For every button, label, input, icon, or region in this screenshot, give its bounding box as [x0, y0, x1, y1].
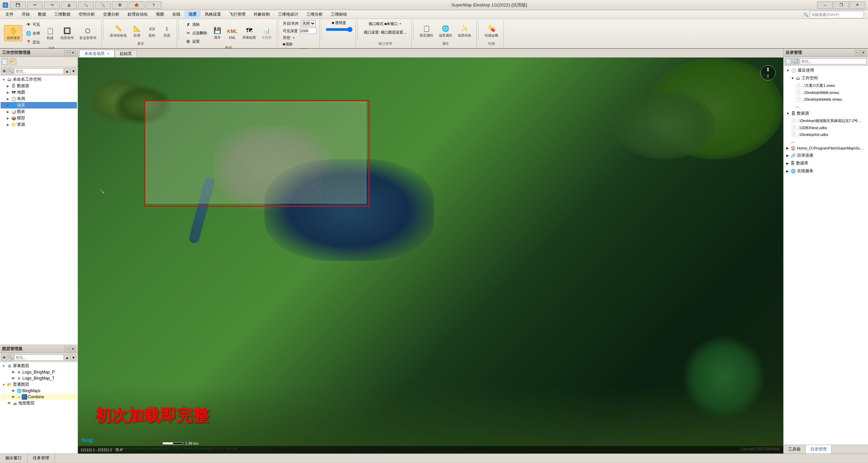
ws-new-btn[interactable]: 📄 [1, 58, 8, 65]
visible-depth-input[interactable] [300, 28, 317, 34]
quick-undo-btn[interactable]: ↩ [27, 1, 43, 9]
layer-vis-btn[interactable]: 👁 [1, 354, 7, 361]
ribbon-btn-kml[interactable]: KML KML [225, 25, 239, 41]
menu-spatial-analysis[interactable]: 空间分析 [75, 11, 99, 18]
ribbon-btn-thematic[interactable]: 📊 专题图 [259, 25, 274, 41]
bottom-tab-output[interactable]: 输出窗口 [0, 454, 27, 462]
catalog-refresh-btn[interactable]: 🔄 [792, 58, 799, 65]
map-view[interactable]: → 初次加载即完整 N bing [78, 58, 783, 454]
quick-export-btn[interactable]: 📤 [129, 1, 144, 9]
tree-terrain-layer[interactable]: 👁 ⛰ 地形图层 [1, 400, 77, 406]
tree-resource[interactable]: ▶ 📁 资源 [1, 121, 77, 128]
ribbon-btn-track[interactable]: 📋 轨迹 [43, 25, 57, 41]
ribbon-btn-layer-props[interactable]: 📋 图层属性 [417, 23, 436, 39]
workspace-search[interactable] [14, 68, 64, 74]
catalog-ds-item-1[interactable]: 📄 ..\Desktop\镜湖新区凤林箱以北7-2号地块... [784, 117, 867, 124]
ribbon-btn-area[interactable]: ▭ 面积 [145, 23, 159, 39]
catalog-ds-item-2[interactable]: 📄 ..\UDBX\test.udbx [784, 124, 867, 131]
quick-redo-btn[interactable]: ↪ [44, 1, 60, 9]
ribbon-btn-locate[interactable]: 📍 定位 [23, 38, 42, 46]
catalog-search[interactable] [800, 58, 867, 64]
ribbon-btn-settings[interactable]: ⚙ 设置 [183, 37, 210, 45]
tree-layout[interactable]: ▶ 📋 布局 [1, 96, 77, 102]
menu-draw[interactable]: 对象绘制 [250, 11, 274, 18]
transparency-slider[interactable] [326, 27, 353, 32]
menu-scene[interactable]: 场景 [184, 11, 201, 18]
tree-logo-bingmap-t[interactable]: 👁 A Logo_BingMap_T [1, 375, 77, 381]
catalog-datasource-group[interactable]: ▼ 🗄 数据源 [784, 109, 867, 117]
underground-toggle-select[interactable]: 关闭 开启 [301, 20, 316, 26]
menu-traffic-analysis[interactable]: 交通分析 [99, 11, 123, 18]
tree-map[interactable]: ▶ 🗺 地图 [1, 89, 77, 96]
tree-scene[interactable]: ▼ 🌐 场景 [1, 102, 77, 108]
tree-combine[interactable]: 👁 ◇ Combine [1, 394, 77, 400]
ribbon-btn-visible[interactable]: 👁 可见 [23, 20, 42, 28]
layer-down-btn[interactable]: ▼ [71, 354, 76, 361]
tree-workspace-root[interactable]: ▼ 🗂 未命名工作空间 [1, 76, 77, 83]
catalog-workspace-group[interactable]: ▼ 🗂 工作空间 [784, 74, 867, 82]
menu-style[interactable]: 风格设置 [201, 11, 225, 18]
catalog-close-btn[interactable]: ✕ [861, 50, 866, 56]
close-btn[interactable]: ✕ [850, 1, 865, 9]
ribbon-btn-select-roam[interactable]: 🖐 选择漫游 [4, 25, 22, 41]
quick-zoom-in-btn[interactable]: 🔍 [78, 1, 94, 9]
right-tab-catalog[interactable]: 目录管理 [806, 445, 832, 454]
ribbon-btn-scene-effects[interactable]: ✨ 场景特效 [455, 23, 474, 39]
catalog-ds-item-3[interactable]: 📄 ..\Desktop\tst.udbx [784, 131, 867, 138]
ribbon-btn-cache[interactable]: 💾 缓存 [210, 25, 224, 41]
ribbon-btn-coords[interactable]: 📏 查询坐标值 [107, 23, 129, 39]
restore-btn[interactable]: ❐ [833, 1, 849, 9]
menu-file[interactable]: 文件 [1, 11, 18, 18]
workspace-close-btn[interactable]: ✕ [70, 50, 76, 56]
catalog-dir-links[interactable]: ▶ 🔗 目录连接 [784, 152, 867, 159]
ribbon-btn-performance-diag[interactable]: 💊 性能诊断 [482, 23, 501, 39]
ribbon-btn-viewport-mode[interactable]: 视口模式 ■单视口 ▼ [366, 20, 404, 27]
ribbon-btn-scene-curtain[interactable]: 🔲 场景卷帘 [58, 25, 76, 41]
tree-screen-layers[interactable]: ▼ 🖥 屏幕图层 [1, 363, 77, 369]
workspace-pin-btn[interactable]: ─ [64, 50, 70, 56]
catalog-database[interactable]: ▶ 🗄 数据库 [784, 159, 867, 167]
tab-scene[interactable]: 未命名场景 ✕ [79, 50, 115, 57]
ribbon-search-input[interactable] [810, 11, 864, 18]
catalog-ws-item-1[interactable]: 📄 ..\方案1\方案1.sxwu [784, 82, 867, 89]
ws-tb-down[interactable]: ▼ [71, 68, 76, 75]
ws-tb-up[interactable]: ▲ [64, 68, 70, 75]
ribbon-btn-screen-paste[interactable]: 🗺 屏幕贴图 [240, 25, 258, 41]
layer-pin-btn[interactable]: ─ [64, 346, 70, 352]
ribbon-btn-polygon-query[interactable]: ⬡ 多边形查询 [77, 25, 99, 41]
tree-datasource[interactable]: ▶ 🗄 数据源 [1, 83, 77, 89]
minimize-btn[interactable]: ─ [817, 1, 833, 9]
quick-help-btn[interactable]: ? [146, 1, 161, 9]
ws-tb-btn1[interactable]: ⊕ [1, 68, 7, 75]
quick-print-btn[interactable]: 🖨 [61, 1, 77, 9]
quick-save-btn[interactable]: 💾 [10, 1, 26, 9]
ribbon-btn-point-delete[interactable]: ✂ 点选删除 [183, 29, 210, 37]
menu-3d-mark[interactable]: 三维标绘 [327, 11, 351, 18]
clear-underground-btn[interactable]: ■清除 [283, 42, 293, 47]
tree-chart[interactable]: ▶ 📊 图表 [1, 108, 77, 115]
layer-up-btn[interactable]: ▲ [64, 354, 70, 361]
tree-model[interactable]: ▶ 📦 模型 [1, 115, 77, 121]
tab-scene-close[interactable]: ✕ [107, 52, 110, 56]
tab-start[interactable]: 起始页 [115, 50, 137, 57]
tree-logo-bingmap-p[interactable]: 👁 A Logo_BingMap_P [1, 369, 77, 375]
menu-start[interactable]: 开始 [18, 11, 34, 18]
layer-search-btn[interactable]: 🔍 [8, 354, 14, 361]
menu-data[interactable]: 数据 [34, 11, 50, 18]
catalog-recent[interactable]: ▼ 🕐 最近使用 [784, 66, 867, 74]
menu-3d-analysis[interactable]: 三维分析 [302, 11, 327, 18]
ribbon-btn-height[interactable]: ↕ 高度 [160, 23, 174, 39]
ws-tb-btn2[interactable]: 🔍 [8, 68, 14, 75]
right-tab-toolbox[interactable]: 工具箱 [784, 445, 806, 454]
layer-close-btn[interactable]: ✕ [70, 346, 76, 352]
ribbon-btn-scene-props[interactable]: 🌐 场景属性 [436, 23, 455, 39]
tree-normal-layers[interactable]: ▼ 📂 普通图层 [1, 381, 77, 388]
ribbon-btn-distance[interactable]: 📐 距离 [130, 23, 144, 39]
menu-process-auto[interactable]: 处理自动化 [123, 11, 152, 18]
ribbon-btn-global[interactable]: 🌐 全球 [23, 29, 42, 37]
ribbon-btn-viewport-settings[interactable]: 视口设置: 视口图层设置... [361, 29, 409, 36]
layer-search[interactable] [14, 355, 64, 361]
menu-online[interactable]: 在线 [168, 11, 184, 18]
menu-3d-data[interactable]: 三维数据 [50, 11, 75, 18]
menu-3d-design[interactable]: 三维地设计 [274, 11, 302, 18]
